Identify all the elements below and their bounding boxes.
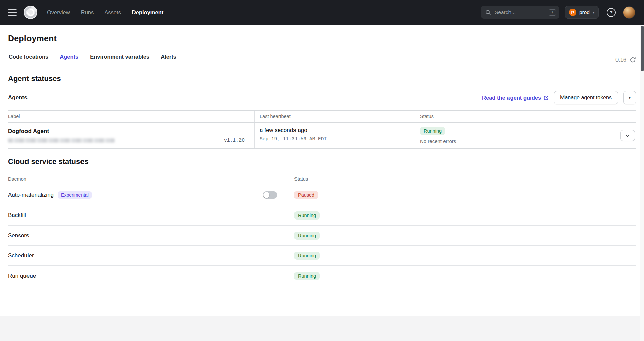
status-badge: Running <box>294 211 320 220</box>
menu-icon[interactable] <box>8 9 17 16</box>
agent-heartbeat-cell: a few seconds ago Sep 19, 11:31:59 AM ED… <box>254 123 415 148</box>
agent-guides-link[interactable]: Read the agent guides <box>482 95 549 101</box>
agent-statuses-heading: Agent statuses <box>8 74 636 83</box>
toggle-knob <box>263 192 269 198</box>
daemon-status-cell: Running <box>289 205 636 225</box>
agent-guides-link-label: Read the agent guides <box>482 95 541 101</box>
status-badge: Running <box>294 232 320 240</box>
agent-id-redacted <box>8 138 115 143</box>
table-row: Scheduler Running <box>8 245 636 265</box>
search-input[interactable] <box>494 9 546 16</box>
daemon-status-cell: Running <box>289 226 636 245</box>
agents-table-header: Label Last heartbeat Status <box>8 111 636 123</box>
agent-actions-cell <box>615 123 640 148</box>
table-row: Sensors Running <box>8 225 636 245</box>
logo-swirl-icon <box>23 5 38 19</box>
question-mark-icon: ? <box>610 10 613 15</box>
refresh-icon <box>630 57 636 63</box>
daemon-cell: Sensors <box>8 226 289 245</box>
nav-item-runs[interactable]: Runs <box>81 9 94 16</box>
table-row: Dogfood Agent v1.1.20 a few seconds ago … <box>8 123 636 148</box>
auto-materializing-toggle[interactable] <box>263 191 277 199</box>
table-row: Auto-materializing Experimental Paused <box>8 185 636 205</box>
column-header-actions <box>615 111 636 122</box>
search-icon <box>485 9 491 15</box>
deployment-switcher[interactable]: P prod ▾ <box>565 6 599 19</box>
nav-links: Overview Runs Assets Deployment <box>47 9 163 16</box>
column-header-daemon: Daemon <box>8 173 289 185</box>
column-header-label: Label <box>8 111 254 122</box>
status-badge: Running <box>420 127 445 135</box>
page-footer-area <box>0 316 644 341</box>
external-link-icon <box>544 95 549 100</box>
cloud-services-table: Daemon Status Auto-materializing Experim… <box>8 173 636 286</box>
daemon-cell: Auto-materializing Experimental <box>8 185 289 205</box>
agents-subheading: Agents <box>8 94 28 101</box>
nav-item-assets[interactable]: Assets <box>104 9 121 16</box>
column-header-status: Status <box>289 173 636 185</box>
daemon-status-cell: Running <box>289 266 636 286</box>
agent-status-note: No recent errors <box>420 138 610 144</box>
dagster-logo[interactable] <box>23 5 38 19</box>
nav-item-overview[interactable]: Overview <box>47 9 70 16</box>
scrollbar-thumb[interactable] <box>641 26 644 71</box>
status-badge: Paused <box>294 191 318 199</box>
daemon-status-cell: Paused <box>289 185 636 205</box>
heartbeat-timestamp: Sep 19, 11:31:59 AM EDT <box>260 136 410 142</box>
agents-more-actions-button[interactable]: ▾ <box>623 91 636 104</box>
daemon-cell: Scheduler <box>8 246 289 265</box>
daemon-name: Sensors <box>8 232 29 239</box>
main-content: Deployment Code locations Agents Environ… <box>0 34 644 286</box>
heartbeat-relative: a few seconds ago <box>260 127 410 134</box>
page-title: Deployment <box>8 34 636 43</box>
agents-toolbar: Agents Read the agent guides Manage agen… <box>8 91 636 104</box>
vertical-scrollbar[interactable] <box>640 25 644 341</box>
top-nav: Overview Runs Assets Deployment / P prod… <box>0 0 644 25</box>
column-header-last-heartbeat: Last heartbeat <box>254 111 415 122</box>
daemon-cell: Backfill <box>8 205 289 225</box>
search-box[interactable]: / <box>481 6 559 19</box>
chevron-down-icon <box>625 133 630 138</box>
refresh-timer: 0:16 <box>615 57 626 63</box>
help-button[interactable]: ? <box>607 8 616 17</box>
agent-status-cell: Running No recent errors <box>415 123 615 148</box>
daemon-name: Scheduler <box>8 252 34 259</box>
agent-expand-button[interactable] <box>620 130 635 141</box>
column-header-status: Status <box>415 111 615 122</box>
deployment-avatar: P <box>569 9 576 16</box>
agent-name: Dogfood Agent <box>8 128 249 135</box>
daemon-status-cell: Running <box>289 246 636 265</box>
refresh-button[interactable] <box>630 57 636 63</box>
cloud-service-statuses-heading: Cloud service statuses <box>8 157 636 166</box>
tab-environment-variables[interactable]: Environment variables <box>89 54 150 65</box>
daemon-name: Backfill <box>8 212 26 219</box>
deployment-tabs: Code locations Agents Environment variab… <box>8 54 636 65</box>
nav-item-deployment[interactable]: Deployment <box>132 9 163 16</box>
caret-down-icon: ▾ <box>629 96 631 100</box>
tab-code-locations[interactable]: Code locations <box>8 54 49 65</box>
daemon-cell: Run queue <box>8 266 289 286</box>
cloud-table-header: Daemon Status <box>8 173 636 185</box>
manage-agent-tokens-button[interactable]: Manage agent tokens <box>554 91 618 104</box>
daemon-name: Auto-materializing <box>8 192 54 198</box>
user-avatar[interactable] <box>623 6 635 19</box>
table-row: Run queue Running <box>8 265 636 286</box>
deployment-name: prod <box>579 9 590 15</box>
agent-version: v1.1.20 <box>224 138 245 143</box>
experimental-badge: Experimental <box>58 191 92 199</box>
search-shortcut-key: / <box>549 9 556 16</box>
status-badge: Running <box>294 252 320 260</box>
daemon-name: Run queue <box>8 273 36 279</box>
tab-alerts[interactable]: Alerts <box>160 54 177 65</box>
agents-table: Label Last heartbeat Status Dogfood Agen… <box>8 110 636 149</box>
chevron-down-icon: ▾ <box>593 10 595 15</box>
status-badge: Running <box>294 272 320 280</box>
tab-agents[interactable]: Agents <box>59 54 79 65</box>
agent-label-cell: Dogfood Agent v1.1.20 <box>8 123 254 148</box>
table-row: Backfill Running <box>8 205 636 225</box>
